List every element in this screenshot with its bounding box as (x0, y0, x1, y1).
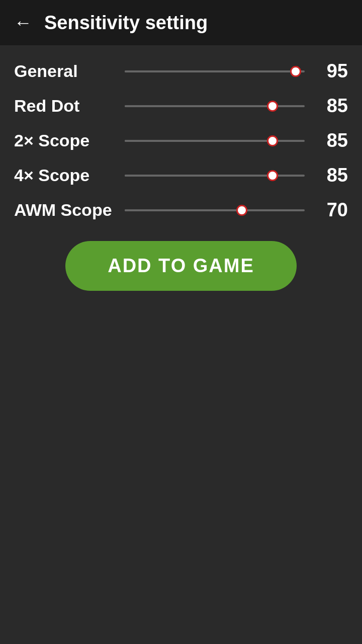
slider-thumb-red-dot[interactable] (267, 101, 278, 112)
slider-row-red-dot: Red Dot 85 (14, 95, 348, 117)
slider-value-2x-scope: 85 (312, 130, 348, 151)
add-button-container: ADD TO GAME (14, 241, 348, 291)
slider-value-general: 95 (312, 60, 348, 82)
slider-value-awm-scope: 70 (312, 199, 348, 221)
slider-row-general: General 95 (14, 60, 348, 82)
slider-track-container-red-dot[interactable] (125, 96, 305, 116)
content-area: General 95 Red Dot 85 2× Scope (0, 45, 362, 311)
slider-value-4x-scope: 85 (312, 165, 348, 186)
slider-fill-general (125, 70, 296, 72)
slider-track-container-awm-scope[interactable] (125, 200, 305, 220)
slider-thumb-general[interactable] (290, 66, 301, 77)
slider-track-container-general[interactable] (125, 61, 305, 82)
slider-label-awm-scope: AWM Scope (14, 200, 125, 220)
top-bar: ← Sensitivity setting (0, 0, 362, 45)
add-to-game-button[interactable]: ADD TO GAME (65, 241, 297, 291)
slider-value-red-dot: 85 (312, 95, 348, 117)
slider-fill-awm-scope (125, 209, 242, 211)
sliders-container: General 95 Red Dot 85 2× Scope (14, 60, 348, 221)
slider-row-awm-scope: AWM Scope 70 (14, 199, 348, 221)
slider-thumb-2x-scope[interactable] (267, 135, 278, 146)
slider-track-red-dot (125, 105, 305, 107)
slider-thumb-4x-scope[interactable] (267, 170, 278, 181)
slider-fill-2x-scope (125, 140, 273, 142)
slider-fill-4x-scope (125, 175, 273, 177)
slider-track-container-4x-scope[interactable] (125, 166, 305, 186)
back-button[interactable]: ← (14, 14, 32, 32)
slider-label-general: General (14, 61, 125, 81)
slider-label-red-dot: Red Dot (14, 96, 125, 116)
slider-track-awm-scope (125, 209, 305, 211)
slider-thumb-awm-scope[interactable] (236, 205, 247, 216)
page-title: Sensitivity setting (44, 12, 208, 34)
slider-track-2x-scope (125, 140, 305, 142)
slider-row-2x-scope: 2× Scope 85 (14, 130, 348, 151)
slider-track-4x-scope (125, 175, 305, 177)
slider-track-general (125, 70, 305, 72)
slider-track-container-2x-scope[interactable] (125, 131, 305, 151)
slider-row-4x-scope: 4× Scope 85 (14, 165, 348, 186)
slider-label-2x-scope: 2× Scope (14, 131, 125, 150)
slider-label-4x-scope: 4× Scope (14, 166, 125, 185)
slider-fill-red-dot (125, 105, 273, 107)
